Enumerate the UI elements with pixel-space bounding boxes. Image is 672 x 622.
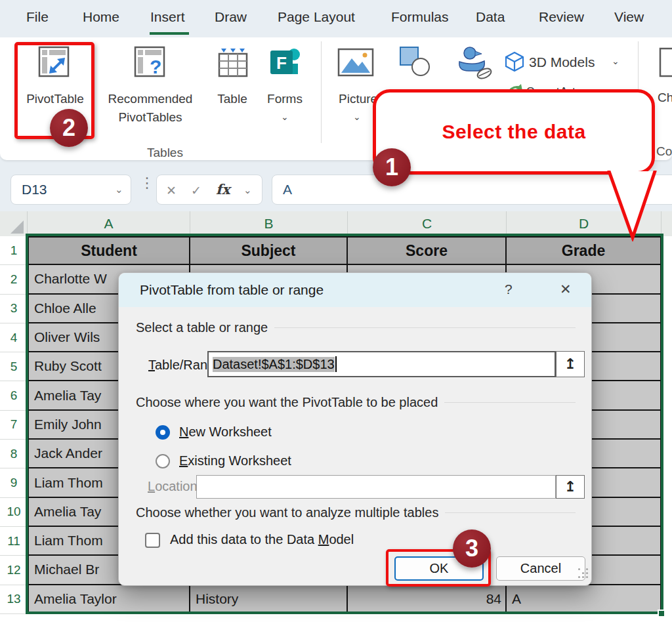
column-header-a[interactable]: A	[28, 211, 190, 236]
row-header-1[interactable]: 1	[0, 236, 28, 265]
fx-chevron-icon[interactable]: ⌄	[243, 184, 252, 196]
row-header-3[interactable]: 3	[0, 295, 28, 323]
row-header-12[interactable]: 12	[0, 556, 28, 585]
group-label-partial: Co	[656, 144, 672, 159]
row-header-2[interactable]: 2	[0, 265, 28, 294]
radio-new-worksheet[interactable]	[156, 425, 170, 440]
svg-text:F: F	[276, 53, 287, 73]
pivottable-label: PivotTable	[17, 92, 93, 106]
pivottable-dialog: PivotTable from table or range ? ✕ Selec…	[118, 272, 592, 586]
forms-icon: F	[269, 47, 301, 78]
forms-chevron-icon: ⌄	[281, 112, 289, 122]
text-caret	[335, 356, 337, 372]
table-range-input[interactable]: Dataset!$A$1:$D$13	[207, 351, 556, 377]
charts-icon[interactable]	[659, 47, 672, 77]
radio-existing-worksheet[interactable]	[156, 454, 170, 468]
3d-models-icon	[504, 51, 525, 72]
column-header-strip: A B C D	[0, 211, 672, 236]
tab-view[interactable]: View	[614, 9, 644, 25]
excel-window: File Home Insert Draw Page Layout Formul…	[0, 0, 672, 622]
location-label: Location:	[148, 479, 201, 494]
formula-bar-dots-icon[interactable]: ⋮	[140, 175, 154, 192]
column-header-b[interactable]: B	[190, 211, 348, 236]
tab-draw[interactable]: Draw	[215, 9, 247, 25]
cell-a13[interactable]: Amelia Taylor	[28, 585, 190, 614]
3d-models-label: 3D Models	[529, 54, 595, 70]
annotation-callout-text: Select the data	[442, 121, 585, 143]
row-header-8[interactable]: 8	[0, 440, 28, 468]
shapes-icon[interactable]	[399, 46, 430, 77]
location-collapse-button[interactable]: ↥	[556, 475, 585, 499]
forms-label: Forms	[265, 92, 304, 106]
cell-c1[interactable]: Score	[348, 236, 507, 265]
data-model-checkbox[interactable]	[145, 533, 160, 548]
cancel-entry-icon[interactable]: ✕	[166, 183, 177, 198]
ok-button[interactable]: OK	[394, 556, 484, 581]
recommended-label-line1: Recommended	[108, 92, 193, 106]
section-rule	[444, 402, 576, 403]
checkbox-label-pre: Add this data to the Data	[170, 532, 318, 547]
cell-a1[interactable]: Student	[28, 236, 190, 265]
tab-insert[interactable]: Insert	[150, 9, 185, 25]
tab-file[interactable]: File	[26, 9, 49, 25]
dialog-close-button[interactable]: ✕	[560, 281, 572, 297]
section-select-range-label: Select a table or range	[136, 320, 268, 335]
tab-home[interactable]: Home	[83, 9, 119, 25]
enter-entry-icon[interactable]: ✓	[191, 183, 201, 198]
column-header-d[interactable]: D	[507, 211, 662, 236]
table-range-value: Dataset!$A$1:$D$13	[213, 357, 335, 372]
dialog-titlebar[interactable]: PivotTable from table or range ? ✕	[119, 273, 591, 307]
row-header-6[interactable]: 6	[0, 381, 28, 410]
cell-d13[interactable]: A	[507, 585, 662, 614]
tab-page-layout[interactable]: Page Layout	[278, 9, 355, 25]
pictures-icon	[337, 48, 374, 77]
section-placement-label: Choose where you want the PivotTable to …	[136, 395, 438, 410]
tab-formulas[interactable]: Formulas	[391, 9, 449, 25]
ribbon-separator	[321, 41, 322, 143]
section-placement: Choose where you want the PivotTable to …	[136, 395, 576, 410]
recommended-pivottables-icon: ?	[134, 46, 165, 77]
checkbox-label-rest: odel	[329, 532, 354, 547]
row-header-4[interactable]: 4	[0, 323, 28, 352]
resize-grip-icon[interactable]	[578, 568, 580, 570]
dialog-help-button[interactable]: ?	[505, 281, 513, 297]
row-header-10[interactable]: 10	[0, 498, 28, 527]
tab-data[interactable]: Data	[476, 9, 505, 25]
section-multiple-tables-label: Choose whether you want to analyze multi…	[136, 505, 438, 520]
tab-review[interactable]: Review	[539, 9, 584, 25]
row-header-5[interactable]: 5	[0, 352, 28, 381]
cancel-button[interactable]: Cancel	[496, 556, 585, 581]
section-rule	[445, 512, 576, 513]
cell-b1[interactable]: Subject	[190, 236, 348, 265]
annotation-callout: Select the data	[373, 89, 655, 175]
table-icon	[218, 47, 248, 77]
formula-input[interactable]: A	[272, 175, 672, 205]
selection-fill-handle[interactable]	[658, 610, 665, 617]
select-all-triangle-icon	[10, 220, 24, 234]
table-label: Table	[214, 92, 251, 106]
insert-function-icon[interactable]: fx	[216, 181, 230, 197]
dialog-title: PivotTable from table or range	[140, 282, 324, 298]
name-box-chevron-icon[interactable]: ⌄	[115, 184, 123, 196]
range-collapse-button[interactable]: ↥	[556, 351, 585, 377]
icons-duck-icon[interactable]	[455, 45, 494, 80]
cell-d1[interactable]: Grade	[507, 236, 662, 265]
pictures-chevron-icon: ⌄	[353, 112, 361, 122]
row-header-13[interactable]: 13	[0, 585, 28, 614]
row-header-9[interactable]: 9	[0, 468, 28, 497]
name-box[interactable]: D13 ⌄	[10, 175, 131, 205]
location-input[interactable]	[196, 475, 556, 499]
recommended-label-line2: PivotTables	[108, 110, 193, 125]
row-header-11[interactable]: 11	[0, 527, 28, 556]
column-header-c[interactable]: C	[348, 211, 507, 236]
formula-controls: ✕ ✓ fx ⌄	[156, 175, 262, 205]
cell-c13[interactable]: 84	[348, 585, 507, 614]
row-header-7[interactable]: 7	[0, 411, 28, 440]
select-all-corner[interactable]	[0, 211, 28, 236]
data-model-checkbox-label: Add this data to the Data Model	[170, 532, 354, 547]
section-rule	[274, 327, 576, 328]
section-multiple-tables: Choose whether you want to analyze multi…	[136, 505, 576, 520]
cell-b13[interactable]: History	[190, 585, 348, 614]
section-select-range: Select a table or range	[136, 320, 576, 335]
radio-existing-worksheet-label: Existing Worksheet	[179, 453, 291, 468]
